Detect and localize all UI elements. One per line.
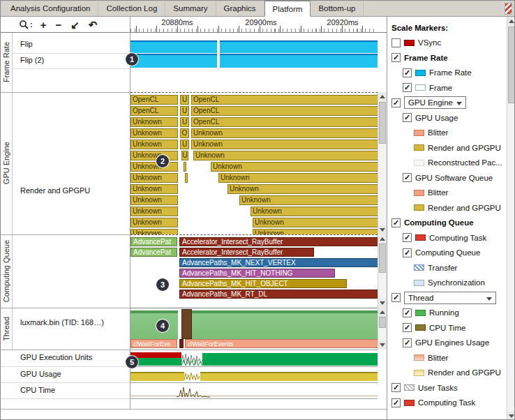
gpu-task-bar[interactable]: Unknown xyxy=(191,128,378,138)
tab-collection-log[interactable]: Collection Log xyxy=(98,1,165,16)
scrollbar-thumb[interactable] xyxy=(379,243,386,273)
scroll-down-arrow[interactable] xyxy=(378,225,387,234)
group-strip-thread[interactable]: Thread xyxy=(1,308,13,350)
computing-queue-track[interactable]: AdvancePatAccelerator_Intersect_RayBuffe… xyxy=(130,234,378,308)
tab-platform[interactable]: Platform xyxy=(264,1,311,17)
zoom-cursor-icon[interactable] xyxy=(19,20,29,29)
gpu-task-bar[interactable]: OpenCL xyxy=(191,106,378,116)
gpu-task-bar[interactable]: U xyxy=(180,95,189,105)
gpu-task-bar[interactable]: Unknown xyxy=(227,184,378,194)
checkbox-gpu-engine[interactable]: ✓ xyxy=(391,98,401,107)
group-strip-gpu-engine[interactable]: GPU Engine xyxy=(1,92,13,234)
tab-analysis-configuration[interactable]: Analysis Configuration xyxy=(3,1,98,16)
queue-task-bar[interactable]: AdvancePaths_MK_RT_DL xyxy=(179,290,378,299)
tab-summary[interactable]: Summary xyxy=(165,1,216,16)
gpu-task-bar[interactable]: Unknown xyxy=(130,117,178,127)
legend-scrollbar[interactable] xyxy=(507,17,515,420)
frame-bar[interactable] xyxy=(130,40,217,53)
gpu-execution-units-track[interactable] xyxy=(130,350,378,366)
tab-graphics[interactable]: Graphics xyxy=(216,1,264,16)
dropdown-gpu-engine[interactable]: GPU Engine xyxy=(404,96,466,109)
scrollbar-thumb[interactable] xyxy=(508,27,515,103)
gpu-task-bar[interactable]: Unknown xyxy=(130,207,178,216)
checkbox-cpu-time[interactable]: ✓ xyxy=(403,323,412,332)
cpu-time-track[interactable] xyxy=(130,382,378,398)
checkbox-user-tasks[interactable]: ✓ xyxy=(391,383,401,392)
checkbox-gpu-software-queue[interactable]: ✓ xyxy=(403,173,412,182)
gpu-task-bar[interactable]: Unknown xyxy=(251,207,378,216)
gpu-task-bar[interactable]: Unknown xyxy=(239,195,378,205)
gpu-task-bar[interactable]: Unknown xyxy=(130,128,178,138)
queue-task-bar[interactable]: Accelerator_Intersect_RayBuffer xyxy=(179,237,378,246)
zoom-out-icon[interactable]: − xyxy=(55,20,61,30)
gpu-task-bar[interactable]: Unknown xyxy=(211,162,378,172)
flip-row[interactable] xyxy=(130,40,378,53)
gpu-task-bar[interactable]: Unknown xyxy=(130,195,178,205)
scroll-up-arrow[interactable] xyxy=(378,234,387,243)
frame-bar[interactable] xyxy=(130,54,217,68)
gpu-task-bar[interactable]: U xyxy=(180,106,189,116)
wait-bar[interactable] xyxy=(179,339,184,348)
gpu-task-bar[interactable]: Unknown xyxy=(130,184,178,194)
gpu-task-bar[interactable]: Unknown xyxy=(253,218,378,227)
scroll-down-arrow[interactable] xyxy=(378,299,387,308)
scroll-down-arrow[interactable] xyxy=(378,340,387,350)
checkbox-gpu-engines-usage[interactable]: ✓ xyxy=(403,338,412,347)
checkbox-frame[interactable]: ✓ xyxy=(403,83,412,92)
computing-queue-scrollbar[interactable] xyxy=(378,234,387,308)
gpu-task-bar[interactable]: Unknown xyxy=(130,151,178,160)
gpu-task-bar[interactable]: O xyxy=(180,128,189,138)
gpu-engine-scrollbar[interactable] xyxy=(378,92,387,234)
queue-task-bar[interactable]: AdvancePaths_MK_HIT_NOTHING xyxy=(179,269,335,278)
checkbox-thread[interactable]: ✓ xyxy=(391,293,401,302)
gpu-task-bar[interactable]: U xyxy=(181,151,188,160)
scrollbar-thumb[interactable] xyxy=(379,317,386,328)
queue-task-bar[interactable]: AdvancePat xyxy=(130,237,177,246)
checkbox-frame-rate[interactable]: ✓ xyxy=(391,53,401,62)
timeline-canvas[interactable]: OpenCLUOpenCLOpenCLUOpenCLUnknownUOpenCL… xyxy=(130,33,378,409)
gpu-task-bar[interactable]: Unknown xyxy=(130,140,178,149)
checkbox-frame-rate[interactable]: ✓ xyxy=(403,68,412,77)
wait-bar[interactable]: clWaitForEvents xyxy=(185,339,378,348)
group-strip-frame-rate[interactable]: Frame Rate xyxy=(1,33,13,92)
checkbox-computing-queue[interactable]: ✓ xyxy=(403,248,412,257)
wait-bar[interactable]: clWaitForEve xyxy=(130,339,177,348)
gpu-task-bar[interactable]: OpenCL xyxy=(191,95,378,105)
dropdown-thread[interactable]: Thread xyxy=(404,292,496,304)
gpu-task-bar[interactable]: OpenCL xyxy=(130,95,178,105)
gpu-task-bar[interactable]: U xyxy=(180,140,189,149)
frame-bar[interactable] xyxy=(220,40,378,53)
gpu-usage-track[interactable] xyxy=(130,366,378,382)
gpu-task-bar[interactable]: Unknown xyxy=(253,229,378,234)
queue-task-bar[interactable]: AdvancePaths_MK_HIT_OBJECT xyxy=(179,279,347,288)
checkbox-computing-task[interactable]: ✓ xyxy=(403,233,412,242)
frame-bar[interactable] xyxy=(220,54,378,68)
gpu-task-bar[interactable]: Unknown xyxy=(130,162,178,172)
scroll-up-arrow[interactable] xyxy=(507,17,515,26)
queue-task-bar[interactable]: AdvancePaths_MK_NEXT_VERTEX xyxy=(179,258,378,267)
gpu-task-bar[interactable]: OpenCL xyxy=(191,117,378,127)
flip-2-row[interactable] xyxy=(130,54,378,68)
gpu-task-bar[interactable]: U xyxy=(180,117,189,127)
zoom-selection-icon[interactable]: ↙ xyxy=(70,20,80,30)
gpu-task-bar[interactable]: Unknown xyxy=(191,140,378,149)
gpu-task-bar[interactable]: Unknown xyxy=(130,173,178,183)
gpu-task-bar[interactable]: OpenCL xyxy=(130,106,178,116)
group-strip-computing-queue[interactable]: Computing Queue xyxy=(1,234,13,308)
zoom-in-icon[interactable]: + xyxy=(40,20,47,30)
checkbox-gpu-usage[interactable]: ✓ xyxy=(403,113,412,122)
checkbox-vsync[interactable] xyxy=(391,38,401,47)
gpu-task-bar[interactable]: Unknown xyxy=(193,151,378,160)
gpu-task-bar[interactable]: Unknown xyxy=(130,229,178,234)
frame-rate-track[interactable] xyxy=(130,33,378,92)
thread-scrollbar[interactable] xyxy=(378,308,387,350)
wait-events-row[interactable]: clWaitForEveclWaitForEvents xyxy=(130,339,378,349)
queue-task-bar[interactable]: Accelerator_Intersect_RayBuffer xyxy=(179,248,314,257)
gpu-task-bar[interactable] xyxy=(184,162,186,172)
checkbox-running[interactable]: ✓ xyxy=(403,308,412,317)
undo-zoom-icon[interactable]: ↶ xyxy=(89,20,98,30)
gpu-task-bar[interactable] xyxy=(185,173,188,183)
scroll-down-arrow[interactable] xyxy=(507,412,515,420)
scroll-up-arrow[interactable] xyxy=(378,92,387,101)
queue-task-bar[interactable]: AdvancePat xyxy=(130,248,177,257)
